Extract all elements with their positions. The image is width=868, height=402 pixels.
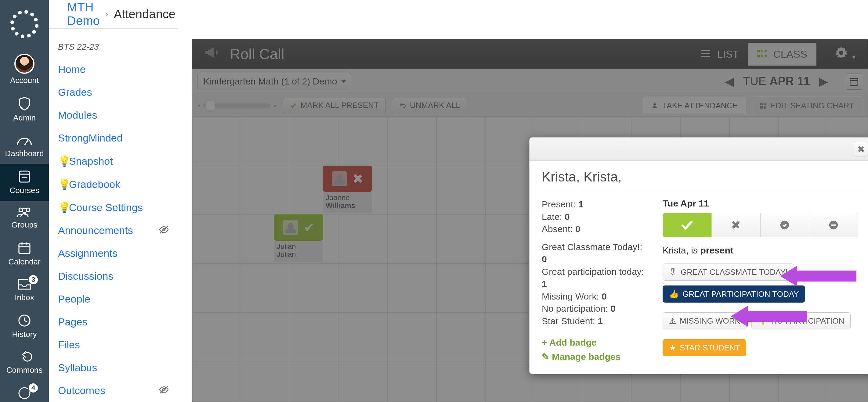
status-late-button[interactable] — [760, 213, 809, 237]
stat-value: 0 — [542, 254, 547, 264]
zoom-plus-icon[interactable]: + — [274, 103, 276, 108]
rail-label: Dashboard — [5, 149, 44, 158]
nav-label: Home — [58, 63, 86, 75]
badge-great-participation[interactable]: 👍GREAT PARTICIPATION TODAY — [662, 286, 805, 303]
book-icon — [17, 169, 32, 184]
rail-calendar[interactable]: Calendar — [0, 235, 49, 272]
rail-history[interactable]: History — [0, 308, 49, 345]
view-class-button[interactable]: CLASS — [748, 43, 816, 66]
rail-inbox[interactable]: 3 Inbox — [0, 272, 49, 308]
term-label: BTS 22-23 — [49, 29, 178, 58]
presence-name: Krista, — [662, 245, 688, 255]
rail-label: Commons — [6, 365, 42, 375]
date-prefix: TUE — [743, 75, 766, 88]
nav-home[interactable]: Home — [49, 58, 178, 81]
rail-groups[interactable]: Groups — [0, 201, 49, 235]
nav-label: Announcements — [58, 225, 133, 236]
tab-take-label: TAKE ATTENDANCE — [662, 101, 737, 110]
seat-first: Joanne — [326, 194, 369, 202]
stat-value: 0 — [565, 212, 570, 222]
bulb-icon: 💡 — [58, 178, 68, 190]
nav-outcomes[interactable]: Outcomes — [49, 379, 178, 402]
unmark-all-button[interactable]: UNMARK ALL — [392, 98, 467, 113]
seat-card[interactable]: ✖ Joanne Williams — [322, 166, 372, 213]
presence-sentence: Krista, is present — [662, 245, 860, 256]
nav-label: Outcomes — [58, 384, 105, 397]
nav-label: Files — [58, 339, 80, 351]
date-main: APR 11 — [769, 75, 810, 88]
people-icon — [16, 206, 33, 219]
nav-label: Syllabus — [58, 362, 97, 374]
rail-courses[interactable]: Courses — [0, 164, 49, 201]
seat-caption: Joanne Williams — [322, 192, 372, 213]
zoom-slider[interactable]: − + — [197, 103, 277, 108]
nav-label: Snapshot — [69, 155, 113, 167]
zoom-minus-icon[interactable]: − — [197, 103, 200, 108]
seat-last: Julian, — [277, 250, 320, 258]
tab-edit-seating[interactable]: EDIT SEATING CHART — [752, 97, 863, 114]
tab-take-attendance[interactable]: TAKE ATTENDANCE — [643, 97, 746, 114]
rail-commons[interactable]: Commons — [0, 345, 49, 380]
date-prev-button[interactable]: ◀ — [725, 75, 734, 88]
nav-people[interactable]: People — [49, 288, 178, 310]
modal-header: ✖ — [530, 138, 868, 161]
course-nav-list: Home Grades Modules StrongMinded 💡Snapsh… — [49, 58, 178, 402]
status-absent-button[interactable]: ✖ — [711, 213, 760, 237]
nav-discussions[interactable]: Discussions — [49, 265, 178, 288]
nav-announcements[interactable]: Announcements — [49, 219, 178, 242]
section-selected: Kindergarten Math (1 of 2) Demo — [203, 76, 337, 87]
seat-status-absent: ✖ — [322, 166, 372, 192]
breadcrumb-course[interactable]: MTH Demo — [67, 0, 100, 28]
seat-card[interactable]: ✔ Julian, Julian, — [274, 214, 323, 262]
nav-strongminded[interactable]: StrongMinded — [49, 127, 178, 149]
nav-label: Assignments — [58, 247, 118, 259]
section-dropdown[interactable]: Kindergarten Math (1 of 2) Demo — [197, 73, 351, 90]
student-detail-modal: ✖ Krista, Krista, Present: 1 Late: 0 Abs… — [529, 137, 868, 374]
app-logo[interactable] — [0, 0, 49, 48]
gear-icon[interactable]: ▾ — [835, 46, 856, 63]
rail-admin[interactable]: Admin — [0, 91, 49, 128]
rail-dashboard[interactable]: Dashboard — [0, 128, 49, 164]
nav-gradebook[interactable]: 💡Gradebook — [49, 173, 178, 196]
view-list-label: LIST — [717, 48, 739, 60]
close-button[interactable]: ✖ — [854, 142, 868, 157]
clock-icon — [17, 313, 32, 328]
x-icon: ✖ — [352, 171, 363, 187]
modal-date: Tue Apr 11 — [662, 198, 860, 209]
nav-label: Pages — [58, 316, 87, 328]
zoom-thumb[interactable] — [206, 101, 215, 110]
course-nav-panel: MTH Demo › Attendance BTS 22-23 Home Gra… — [49, 0, 178, 402]
eye-off-icon — [159, 225, 169, 236]
view-list-button[interactable]: LIST — [692, 43, 748, 66]
rail-account[interactable]: Account — [0, 48, 49, 91]
megaphone-icon — [204, 45, 221, 63]
status-present-button[interactable] — [663, 213, 711, 237]
manage-badges-link[interactable]: ✎ Manage badges — [542, 351, 650, 363]
rail-help[interactable]: 4 — [0, 380, 49, 400]
badge-star-student[interactable]: ★STAR STUDENT — [662, 339, 746, 356]
check-icon: ✔ — [304, 220, 314, 235]
zoom-track[interactable] — [203, 103, 271, 108]
presence-mid: is — [688, 245, 700, 255]
nav-snapshot[interactable]: 💡Snapshot — [49, 149, 178, 173]
breadcrumb: MTH Demo › Attendance — [67, 0, 176, 28]
status-excused-button[interactable] — [809, 213, 858, 237]
badge-label: STAR STUDENT — [680, 343, 740, 353]
nav-grades[interactable]: Grades — [49, 81, 178, 104]
unmark-all-label: UNMARK ALL — [410, 101, 460, 110]
add-badge-link[interactable]: + Add badge — [542, 336, 650, 349]
badge-great-classmate[interactable]: 🎖GREAT CLASSMATE TODAY! — [662, 264, 794, 280]
nav-modules[interactable]: Modules — [49, 104, 178, 127]
presence-state: present — [700, 245, 733, 255]
nav-syllabus[interactable]: Syllabus — [49, 356, 178, 379]
nav-assignments[interactable]: Assignments — [49, 242, 178, 265]
mark-all-present-button[interactable]: MARK ALL PRESENT — [283, 98, 386, 113]
nav-files[interactable]: Files — [49, 333, 178, 356]
stat-label: No participation: — [542, 303, 608, 313]
nav-course-settings[interactable]: 💡Course Settings — [49, 196, 178, 219]
nav-pages[interactable]: Pages — [49, 310, 178, 333]
seat-first: Julian, — [277, 242, 320, 250]
chevron-right-icon: › — [105, 9, 108, 19]
date-picker-button[interactable] — [846, 73, 862, 90]
date-next-button[interactable]: ▶ — [819, 75, 828, 88]
